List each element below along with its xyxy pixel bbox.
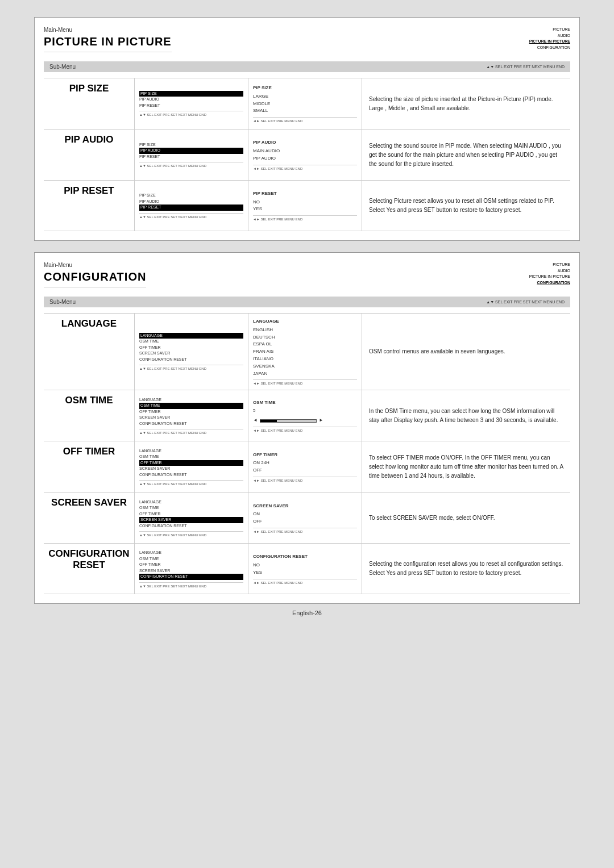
sub-screen-item: OFF (253, 518, 357, 525)
sub-screen-item: NO (253, 199, 357, 206)
mini-menu-item: LANGUAGE (139, 397, 243, 403)
sub-screen-item: FRAN AIS (253, 348, 357, 356)
nav-item: PICTURE (529, 27, 570, 33)
configuration-reset-sub-screen: CONFIGURATION RESETNOYES◄► SEL EXIT PRE … (248, 544, 362, 594)
pip-reset-sub-screen: PIP RESETNOYES◄► SEL EXIT PRE MENU END (248, 181, 362, 231)
pip-audio-mini-menu: PIP SIZEPIP AUDIOPIP RESET▲▼ SEL EXIT PR… (135, 130, 248, 180)
section-left-header: Main-MenuPICTURE IN PICTURE (44, 27, 172, 58)
sub-screen-item: JAPAN (253, 370, 357, 378)
mini-menu-item: PIP SIZE (139, 142, 243, 148)
section-picture-in-picture: Main-MenuPICTURE IN PICTUREPICTUREAUDIOP… (34, 17, 580, 241)
pip-audio-label: PIP AUDIO (44, 130, 135, 180)
right-nav: PICTUREAUDIOPICTURE IN PICTURECONFIGURAT… (529, 262, 570, 286)
row-off-timer: OFF TIMERLANGUAGEOSM TIMEOFF TIMERSCREEN… (44, 441, 570, 492)
row-language: LANGUAGELANGUAGEOSM TIMEOFF TIMERSCREEN … (44, 313, 570, 390)
mini-menu-item: PIP RESET (139, 103, 243, 109)
nav-item: CONFIGURATION (529, 280, 570, 286)
sub-screen-item: MAIN AUDIO (253, 148, 357, 155)
sub-screen-item: YES (253, 206, 357, 213)
row-osm-time: OSM TIMELANGUAGEOSM TIMEOFF TIMERSCREEN … (44, 390, 570, 441)
main-menu-label: Main-Menu (44, 262, 146, 268)
section-title: PICTURE IN PICTURE (44, 35, 172, 52)
right-arrow-icon: ► (319, 417, 323, 424)
off-timer-sub-screen: OFF TIMERON 24HOFF◄► SEL EXIT PRE MENU E… (248, 441, 362, 492)
configuration-reset-label: CONFIGURATIONRESET (44, 544, 135, 594)
mini-menu-item: CONFIGURATION RESET (139, 421, 243, 427)
sub-screen-item: MIDDLE (253, 101, 357, 108)
sub-screen-title: PIP SIZE (253, 85, 357, 92)
pip-reset-label: PIP RESET (44, 181, 135, 231)
off-timer-mini-menu: LANGUAGEOSM TIMEOFF TIMERSCREEN SAVERCON… (135, 441, 248, 492)
language-label: LANGUAGE (44, 314, 135, 390)
pip-reset-mini-menu: PIP SIZEPIP AUDIOPIP RESET▲▼ SEL EXIT PR… (135, 181, 248, 231)
mini-nav-bar: ▲▼ SEL EXIT PRE SET NEXT MENU END (139, 162, 243, 168)
osm-time-description: In the OSM Time menu, you can select how… (362, 390, 570, 441)
mini-menu-item: LANGUAGE (139, 448, 243, 454)
mini-menu-item: SCREEN SAVER (139, 517, 243, 523)
sub-screen-title: PIP AUDIO (253, 139, 357, 147)
section-title: CONFIGURATION (44, 270, 146, 287)
screen-saver-mini-menu: LANGUAGEOSM TIMEOFF TIMERSCREEN SAVERCON… (135, 493, 248, 543)
sub-screen-item: LARGE (253, 93, 357, 101)
row-pip-size: PIP SIZEPIP SIZEPIP AUDIOPIP RESET▲▼ SEL… (44, 78, 570, 129)
mini-menu-item: SCREEN SAVER (139, 568, 243, 574)
mini-nav-bar: ▲▼ SEL EXIT PRE SET NEXT MENU END (139, 480, 243, 486)
mini-nav-bar: ▲▼ SEL EXIT PRE SET NEXT MENU END (139, 365, 243, 370)
mini-menu-item: CONFIGURATION RESET (139, 357, 243, 363)
nav-item: PICTURE IN PICTURE (529, 274, 570, 280)
mini-nav-bar: ▲▼ SEL EXIT PRE SET NEXT MENU END (139, 213, 243, 219)
sub-screen-nav: ◄► SEL EXIT PRE MENU END (253, 528, 357, 533)
section-header-area: Main-MenuCONFIGURATIONPICTUREAUDIOPICTUR… (44, 262, 570, 293)
mini-menu-item: CONFIGURATION RESET (139, 523, 243, 529)
pip-audio-sub-screen: PIP AUDIOMAIN AUDIOPIP AUDIO◄► SEL EXIT … (248, 130, 362, 180)
mini-menu-item: CONFIGURATION RESET (139, 472, 243, 478)
mini-menu-item: PIP SIZE (139, 193, 243, 199)
pip-audio-description: Selecting the sound source in PIP mode. … (362, 130, 570, 180)
sub-screen-nav: ◄► SEL EXIT PRE MENU END (253, 579, 357, 585)
sub-screen-item: DEUTSCH (253, 334, 357, 341)
pip-size-sub-screen: PIP SIZELARGEMIDDLESMALL◄► SEL EXIT PRE … (248, 78, 362, 129)
pip-size-description: Selecting the size of picture inserted a… (362, 78, 570, 129)
language-description: OSM control menus are available in seven… (362, 314, 570, 390)
mini-menu-item: PIP AUDIO (139, 97, 243, 103)
off-timer-description: To select OFF TIMER mode ON/OFF. In the … (362, 441, 570, 492)
sub-screen-item: ON (253, 511, 357, 518)
nav-item: AUDIO (529, 268, 570, 274)
sub-screen-nav: ◄► SEL EXIT PRE MENU END (253, 379, 357, 385)
row-screen-saver: SCREEN SAVERLANGUAGEOSM TIMEOFF TIMERSCR… (44, 492, 570, 543)
mini-menu-item: SCREEN SAVER (139, 415, 243, 421)
nav-item: PICTURE (529, 262, 570, 268)
pip-size-mini-menu: PIP SIZEPIP AUDIOPIP RESET▲▼ SEL EXIT PR… (135, 78, 248, 129)
sub-menu-nav-keys: ▲▼ SEL EXIT PRE SET NEXT MENU END (486, 65, 565, 69)
sub-screen-nav: ◄► SEL EXIT PRE MENU END (253, 477, 357, 482)
section-left-header: Main-MenuCONFIGURATION (44, 262, 146, 293)
sub-screen-item: OFF (253, 467, 357, 474)
section-configuration: Main-MenuCONFIGURATIONPICTUREAUDIOPICTUR… (34, 252, 580, 604)
mini-menu-item: SCREEN SAVER (139, 466, 243, 472)
mini-menu-item: OSM TIME (139, 339, 243, 345)
sub-menu-bar: Sub-Menu▲▼ SEL EXIT PRE SET NEXT MENU EN… (44, 297, 570, 307)
screen-saver-description: To select SCREEN SAVER mode, select ON/O… (362, 493, 570, 543)
mini-menu-item: OSM TIME (139, 454, 243, 460)
sub-menu-bar: Sub-Menu▲▼ SEL EXIT PRE SET NEXT MENU EN… (44, 61, 570, 72)
screen-saver-sub-screen: SCREEN SAVERONOFF◄► SEL EXIT PRE MENU EN… (248, 493, 362, 543)
page-container: Main-MenuPICTURE IN PICTUREPICTUREAUDIOP… (34, 17, 580, 604)
left-arrow-icon: ◄ (253, 417, 258, 424)
sub-screen-title: LANGUAGE (253, 318, 357, 326)
sub-screen-nav: ◄► SEL EXIT PRE MENU END (253, 165, 357, 170)
footer: English-26 (292, 610, 322, 616)
mini-menu-item: OFF TIMER (139, 409, 243, 415)
mini-menu-item: OSM TIME (139, 556, 243, 562)
nav-item: PICTURE IN PICTURE (529, 39, 570, 45)
sub-screen-item: ITALIANO (253, 356, 357, 363)
sub-screen-nav: ◄► SEL EXIT PRE MENU END (253, 215, 357, 221)
mini-menu-item: PIP AUDIO (139, 148, 243, 154)
off-timer-label: OFF TIMER (44, 441, 135, 492)
configuration-reset-mini-menu: LANGUAGEOSM TIMEOFF TIMERSCREEN SAVERCON… (135, 544, 248, 594)
mini-menu-item: OFF TIMER (139, 460, 243, 466)
sub-screen-item: YES (253, 569, 357, 577)
sub-screen-value: 5 (253, 407, 357, 415)
pip-size-label: PIP SIZE (44, 78, 135, 129)
row-configuration-reset: CONFIGURATIONRESETLANGUAGEOSM TIMEOFF TI… (44, 543, 570, 594)
sub-screen-item: SVENSKA (253, 363, 357, 370)
